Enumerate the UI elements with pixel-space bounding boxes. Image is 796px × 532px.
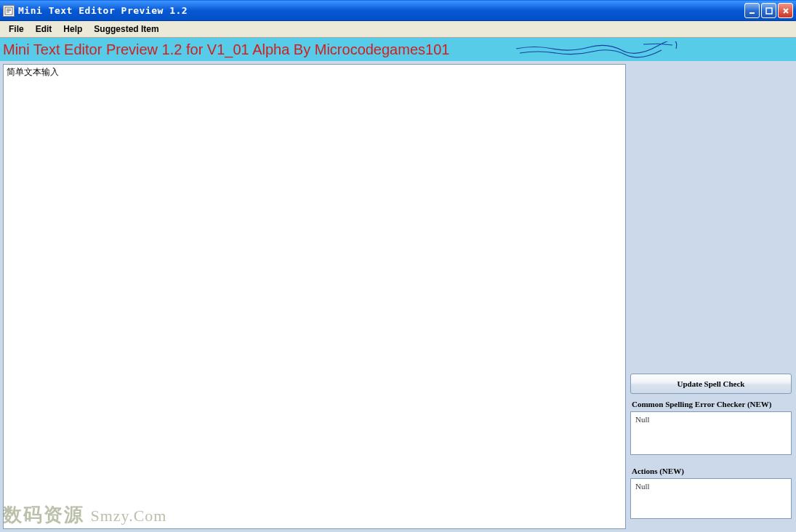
banner-text: Mini Text Editor Preview 1.2 for V1_01 A…	[3, 41, 449, 58]
menu-file[interactable]: File	[3, 23, 30, 36]
minimize-button[interactable]	[744, 3, 760, 18]
svg-rect-4	[749, 12, 755, 14]
titlebar: Mini Text Editor Preview 1.2	[0, 0, 796, 21]
editor-pane: 数码资源 Smzy.Com	[0, 61, 629, 532]
text-editor[interactable]	[3, 64, 626, 529]
window-controls	[744, 3, 793, 18]
banner-decoration	[512, 41, 680, 59]
banner: Mini Text Editor Preview 1.2 for V1_01 A…	[0, 38, 796, 61]
window-title: Mini Text Editor Preview 1.2	[18, 5, 744, 16]
svg-rect-2	[7, 10, 11, 11]
svg-rect-1	[7, 9, 11, 9]
update-spell-check-button[interactable]: Update Spell Check	[630, 374, 792, 394]
content-area: 数码资源 Smzy.Com Update Spell Check Common …	[0, 61, 796, 532]
spell-checker-output: Null	[630, 411, 792, 455]
menubar: File Edit Help Suggested Item	[0, 21, 796, 38]
svg-rect-3	[7, 12, 9, 12]
menu-edit[interactable]: Edit	[30, 23, 58, 36]
svg-rect-5	[766, 8, 772, 14]
close-button[interactable]	[778, 3, 793, 18]
actions-label: Actions (NEW)	[630, 465, 792, 478]
side-spacer	[630, 64, 792, 374]
app-icon	[3, 5, 15, 17]
maximize-button[interactable]	[761, 3, 776, 18]
side-panel: Update Spell Check Common Spelling Error…	[629, 61, 796, 532]
spell-checker-label: Common Spelling Error Checker (NEW)	[630, 398, 792, 411]
menu-help[interactable]: Help	[57, 23, 88, 36]
menu-suggested-item[interactable]: Suggested Item	[88, 23, 164, 36]
actions-output: Null	[630, 478, 792, 519]
